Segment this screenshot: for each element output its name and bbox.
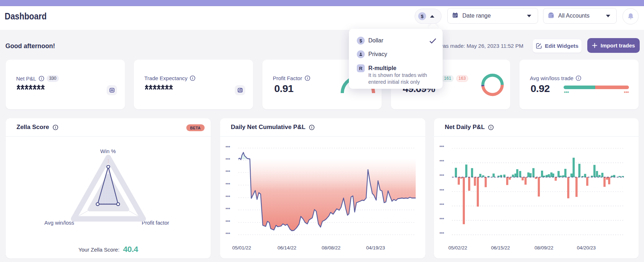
svg-text:Win %: Win %	[100, 148, 116, 154]
svg-text:06/15/22: 06/15/22	[491, 245, 510, 250]
svg-text:***: ***	[225, 145, 230, 150]
svg-text:***: ***	[225, 220, 230, 224]
svg-text:Avg win/loss: Avg win/loss	[44, 220, 74, 226]
svg-text:08/09/22: 08/09/22	[535, 245, 554, 250]
svg-text:04/20/23: 04/20/23	[577, 245, 596, 250]
svg-text:Profit factor: Profit factor	[142, 220, 169, 226]
svg-text:05/02/22: 05/02/22	[448, 245, 467, 250]
svg-text:***: ***	[439, 159, 444, 164]
svg-text:***: ***	[225, 207, 230, 211]
svg-text:***: ***	[225, 182, 230, 187]
svg-text:06/14/22: 06/14/22	[277, 245, 297, 250]
svg-text:***: ***	[225, 232, 230, 236]
svg-text:04/19/23: 04/19/23	[366, 245, 385, 250]
svg-text:***: ***	[439, 145, 444, 149]
svg-text:***: ***	[439, 231, 444, 236]
svg-text:***: ***	[225, 195, 230, 199]
svg-text:08/08/22: 08/08/22	[322, 245, 341, 250]
svg-text:***: ***	[439, 174, 444, 178]
svg-text:***: ***	[439, 217, 444, 221]
svg-text:***: ***	[439, 188, 444, 193]
svg-text:***: ***	[439, 203, 444, 207]
svg-text:***: ***	[225, 157, 230, 162]
svg-text:***: ***	[225, 170, 230, 174]
svg-text:05/01/22: 05/01/22	[232, 245, 251, 250]
